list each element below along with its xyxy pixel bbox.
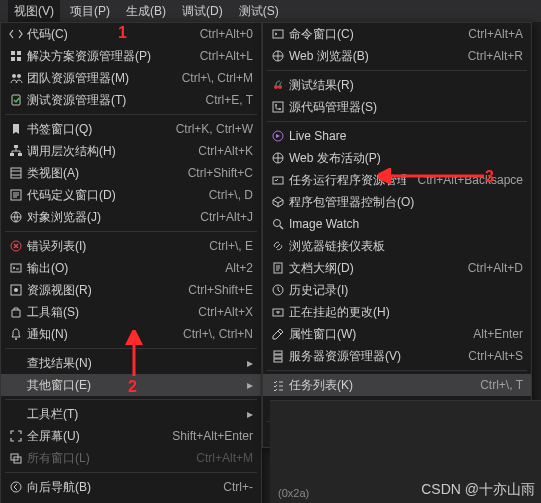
submenu-item-4[interactable]: 源代码管理器(S) [263,96,531,118]
link-icon [267,239,289,253]
view-menu-item-17[interactable]: 查找结果(N)▸ [1,352,261,374]
fullscreen-icon [5,429,27,443]
source-icon [267,100,289,114]
submenu-item-1[interactable]: Web 浏览器(B)Ctrl+Alt+R [263,45,531,67]
menu-item-shortcut: Ctrl+- [223,480,253,494]
submenu-item-11[interactable]: 浏览器链接仪表板 [263,235,531,257]
menu-item-shortcut: Ctrl+Alt+S [468,349,523,363]
submenu-item-14[interactable]: 正在挂起的更改(H) [263,301,531,323]
view-menu-item-6[interactable]: 调用层次结构(H)Ctrl+Alt+K [1,140,261,162]
submenu-item-8[interactable]: 任务运行程序资源管理器Ctrl+Alt+Backsapce [263,169,531,191]
svg-point-32 [274,220,281,227]
menu-separator [5,472,257,473]
submenu-item-13[interactable]: 历史记录(I) [263,279,531,301]
cherry-icon [267,78,289,92]
menu-item-shortcut: Ctrl+Alt+M [196,451,253,465]
svg-rect-10 [11,168,21,178]
menu-item-shortcut: Ctrl+Shift+E [188,283,253,297]
view-menu-item-13[interactable]: 资源视图(R)Ctrl+Shift+E [1,279,261,301]
view-menu-item-15[interactable]: 通知(N)Ctrl+\, Ctrl+N [1,323,261,345]
svg-rect-38 [274,359,282,362]
notify-icon [5,327,27,341]
view-menu-item-11[interactable]: 错误列表(I)Ctrl+\, E [1,235,261,257]
view-menu-item-3[interactable]: 测试资源管理器(T)Ctrl+E, T [1,89,261,111]
svg-point-25 [278,85,282,89]
menu-separator [267,70,527,71]
menu-item-label: 浏览器链接仪表板 [289,238,523,255]
view-menu-item-14[interactable]: 工具箱(S)Ctrl+Alt+X [1,301,261,323]
solution-icon [5,49,27,63]
menu-item-label: 解决方案资源管理器(P) [27,48,188,65]
view-menu-item-1[interactable]: 解决方案资源管理器(P)Ctrl+Alt+L [1,45,261,67]
submenu-item-16[interactable]: 服务器资源管理器(V)Ctrl+Alt+S [263,345,531,367]
submenu-item-0[interactable]: 命令窗口(C)Ctrl+Alt+A [263,23,531,45]
output-icon [5,261,27,275]
svg-point-17 [15,338,17,340]
menu-item-shortcut: Alt+2 [225,261,253,275]
view-menu-item-8[interactable]: 代码定义窗口(D)Ctrl+\, D [1,184,261,206]
menu-separator [5,231,257,232]
menu-item-label: Web 发布活动(P) [289,150,523,167]
menu-item-label: Image Watch [289,217,523,231]
class-icon [5,166,27,180]
menubar-test[interactable]: 测试(S) [233,0,285,22]
view-menu-item-20[interactable]: 工具栏(T)▸ [1,403,261,425]
view-menu-item-22: 所有窗口(L)Ctrl+Alt+M [1,447,261,469]
menu-item-label: 所有窗口(L) [27,450,184,467]
chevron-right-icon: ▸ [243,356,253,370]
menu-item-shortcut: Ctrl+Alt+Backsapce [418,173,523,187]
menu-item-label: 命令窗口(C) [289,26,456,43]
submenu-item-18[interactable]: 任务列表(K)Ctrl+\, T [263,374,531,396]
browser-icon [5,210,27,224]
menu-item-shortcut: Ctrl+Alt+J [200,210,253,224]
menu-item-label: 文档大纲(D) [289,260,456,277]
submenu-item-10[interactable]: Image Watch [263,213,531,235]
submenu-item-15[interactable]: 属性窗口(W)Alt+Enter [263,323,531,345]
menubar-debug[interactable]: 调试(D) [176,0,229,22]
menu-item-label: 向后导航(B) [27,479,211,496]
chevron-right-icon: ▸ [243,407,253,421]
menu-item-shortcut: Ctrl+K, Ctrl+W [176,122,253,136]
code-icon [5,27,27,41]
menu-item-label: 书签窗口(Q) [27,121,164,138]
view-menu-item-24[interactable]: 向后导航(B)Ctrl+- [1,476,261,498]
submenu-item-7[interactable]: Web 发布活动(P) [263,147,531,169]
menubar-build[interactable]: 生成(B) [120,0,172,22]
resource-icon [5,283,27,297]
view-menu-item-9[interactable]: 对象浏览器(J)Ctrl+Alt+J [1,206,261,228]
menu-item-label: 错误列表(I) [27,238,197,255]
menu-item-shortcut: Ctrl+Alt+A [468,27,523,41]
svg-rect-36 [274,351,282,354]
view-menu-item-12[interactable]: 输出(O)Alt+2 [1,257,261,279]
view-menu-item-0[interactable]: 代码(C)Ctrl+Alt+0 [1,23,261,45]
view-menu-item-18[interactable]: 其他窗口(E)▸ [1,374,261,396]
menu-item-label: 测试结果(R) [289,77,523,94]
menu-item-shortcut: Alt+Enter [473,327,523,341]
menu-separator [267,370,527,371]
svg-rect-2 [11,57,15,61]
menu-item-label: 其他窗口(E) [27,377,243,394]
menu-item-label: 代码定义窗口(D) [27,187,197,204]
submenu-item-6[interactable]: Live Share [263,125,531,147]
menu-item-label: 对象浏览器(J) [27,209,188,226]
view-menu-item-5[interactable]: 书签窗口(Q)Ctrl+K, Ctrl+W [1,118,261,140]
menu-item-label: 类视图(A) [27,165,176,182]
menu-item-label: 属性窗口(W) [289,326,461,343]
menubar-view[interactable]: 视图(V) [8,0,60,22]
menu-separator [5,114,257,115]
view-menu-item-7[interactable]: 类视图(A)Ctrl+Shift+C [1,162,261,184]
submenu-item-12[interactable]: 文档大纲(D)Ctrl+Alt+D [263,257,531,279]
menu-separator [5,399,257,400]
svg-rect-0 [11,51,15,55]
submenu-item-3[interactable]: 测试结果(R) [263,74,531,96]
menu-item-label: 正在挂起的更改(H) [289,304,523,321]
menu-item-shortcut: Ctrl+E, T [206,93,253,107]
svg-rect-8 [10,153,14,156]
view-menu-item-2[interactable]: 团队资源管理器(M)Ctrl+\, Ctrl+M [1,67,261,89]
svg-rect-3 [17,57,21,61]
svg-rect-6 [12,95,20,105]
view-menu-item-21[interactable]: 全屏幕(U)Shift+Alt+Enter [1,425,261,447]
menu-item-label: 资源视图(R) [27,282,176,299]
menubar-project[interactable]: 项目(P) [64,0,116,22]
submenu-item-9[interactable]: 程序包管理器控制台(O) [263,191,531,213]
